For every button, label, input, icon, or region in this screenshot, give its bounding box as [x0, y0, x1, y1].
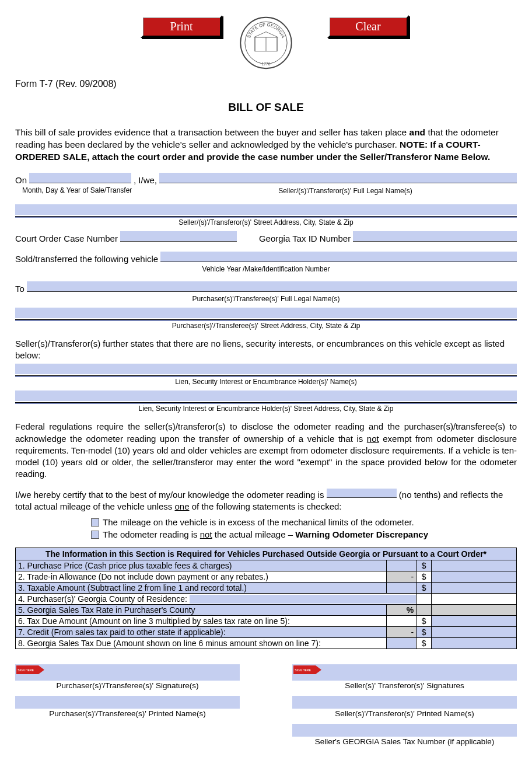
- row5-sign: %: [386, 605, 416, 616]
- page: Print Clear STATE OF GEORGIA 1776 Form T…: [0, 0, 532, 767]
- row6-value[interactable]: [431, 616, 516, 627]
- row3-label: 3. Taxable Amount (Subtract line 2 from …: [16, 583, 387, 594]
- table-row: 6. Tax Due Amount (Amount on line 3 mult…: [16, 616, 517, 627]
- row5-label: 5. Georgia Sales Tax Rate in Purchaser's…: [16, 605, 387, 616]
- table-row: 8. Georgia Sales Tax Due (Amount shown o…: [16, 638, 517, 649]
- label-on: On: [15, 175, 27, 185]
- form-id: Form T-7 (Rev. 09/2008): [15, 79, 517, 89]
- row1-label: 1. Purchase Price (Cash price plus taxab…: [16, 560, 387, 571]
- row-date-seller: On , I/we,: [15, 173, 517, 185]
- row8-dollar: $: [416, 638, 432, 649]
- caption-s-tax: Seller's GEORGIA Sales Tax Number (if ap…: [292, 737, 517, 746]
- label-ga-tax: Georgia Tax ID Number: [259, 233, 351, 243]
- svg-text:1776: 1776: [262, 62, 271, 66]
- caption-purchaser-name: Purchaser(s)'/Transferee(s)' Full Legal …: [15, 295, 517, 303]
- seller-name-field[interactable]: [159, 173, 517, 183]
- sign-here-icon: SIGN HERE: [16, 665, 44, 674]
- caption-seller-addr: Seller/(s)'/Transferor(s)' Street Addres…: [15, 218, 517, 226]
- row-vehicle: Sold/transferred the following vehicle: [15, 252, 517, 264]
- label-iwe: , I/we,: [134, 175, 157, 185]
- row7-value[interactable]: [431, 627, 516, 638]
- row7-sign: -: [386, 627, 416, 638]
- check-row-1: The mileage on the vehicle is in excess …: [91, 517, 517, 527]
- print-button[interactable]: Print: [141, 15, 222, 38]
- date-field[interactable]: [29, 173, 131, 183]
- row2-value[interactable]: [431, 571, 516, 583]
- c2b: the actual mileage –: [212, 529, 296, 539]
- caption-s-name: Seller(s)'/Transferor(s)' Printed Name(s…: [292, 709, 517, 718]
- lien-name-field[interactable]: [15, 364, 517, 374]
- row8-value[interactable]: [431, 638, 516, 649]
- label-court-order: Court Order Case Number: [15, 233, 118, 243]
- purchaser-printed-name-field[interactable]: [15, 696, 240, 709]
- checkbox-not-actual[interactable]: [91, 531, 99, 539]
- divider: [15, 319, 517, 321]
- intro-paragraph: This bill of sale provides evidence that…: [15, 127, 517, 163]
- label-sold-vehicle: Sold/transferred the following vehicle: [15, 254, 158, 264]
- page-title: BILL OF SALE: [15, 101, 517, 114]
- row4-value[interactable]: [190, 595, 416, 604]
- odometer-paragraph: Federal regulations require the seller(s…: [15, 421, 517, 480]
- table-header: The Information in this Section is Requi…: [16, 548, 517, 560]
- row1-value[interactable]: [431, 560, 516, 571]
- liens-intro: Seller(s)/Transferor(s) further states t…: [15, 338, 517, 362]
- row1-dollar: $: [416, 560, 432, 571]
- clear-button[interactable]: Clear: [327, 15, 409, 38]
- caption-date: Month, Day & Year of Sale/Transfer: [22, 186, 174, 195]
- purchaser-sig-col: SIGN HERE Purchaser(s)'/Transferee(s)' S…: [15, 664, 240, 752]
- check-row-2: The odometer reading is not the actual m…: [91, 529, 517, 539]
- purchaser-name-field[interactable]: [27, 281, 517, 292]
- seller-signature-field[interactable]: SIGN HERE: [292, 664, 517, 681]
- c2not: not: [200, 529, 212, 539]
- state-seal-icon: STATE OF GEORGIA 1776: [239, 15, 294, 71]
- cert-c: of the following statements is checked:: [190, 501, 342, 511]
- court-order-field[interactable]: [120, 231, 237, 242]
- row8-label: 8. Georgia Sales Tax Due (Amount shown o…: [16, 638, 387, 649]
- row2-label: 2. Trade-in Allowance (Do not include do…: [16, 571, 387, 583]
- svg-text:SIGN HERE: SIGN HERE: [18, 668, 34, 672]
- purchaser-signature-field[interactable]: SIGN HERE: [15, 664, 240, 681]
- row3-value[interactable]: [431, 583, 516, 594]
- row6-dollar: $: [416, 616, 432, 627]
- checkbox-exceeds-limits[interactable]: [91, 518, 99, 527]
- divider: [15, 375, 517, 377]
- ga-tax-field[interactable]: [353, 231, 517, 242]
- table-row: 2. Trade-in Allowance (Do not include do…: [16, 571, 517, 583]
- sign-here-icon: SIGN HERE: [293, 665, 321, 674]
- row1-sign: [386, 560, 416, 571]
- seller-addr-field[interactable]: [15, 204, 517, 215]
- svg-text:STATE OF GEORGIA: STATE OF GEORGIA: [246, 22, 286, 39]
- caption-p-sig: Purchaser(s)'/Transferee(s)' Signature(s…: [15, 681, 240, 690]
- row5-c3: [416, 605, 432, 616]
- table-row: 7. Credit (From sales tax paid to other …: [16, 627, 517, 638]
- seller-tax-number-field[interactable]: [292, 724, 517, 737]
- purchaser-addr-field[interactable]: [15, 308, 517, 318]
- row-court-tax: Court Order Case Number Georgia Tax ID N…: [15, 231, 517, 243]
- seller-printed-name-field[interactable]: [292, 696, 517, 709]
- row6-label: 6. Tax Due Amount (Amount on line 3 mult…: [16, 616, 387, 627]
- c2a: The odometer reading is: [103, 529, 200, 539]
- caption-p-name: Purchaser(s)'/Transferee(s)' Printed Nam…: [15, 709, 240, 718]
- row4-label: 4. Purchaser(s)' Georgia County of Resid…: [18, 594, 187, 604]
- odo-not: not: [367, 434, 379, 444]
- seller-sig-col: SIGN HERE Seller(s)' Transferor(s)' Sign…: [292, 664, 517, 752]
- intro-text-a: This bill of sale provides evidence that…: [15, 127, 410, 137]
- c2warn: Warning Odometer Discrepancy: [295, 529, 428, 539]
- row3-sign: [386, 583, 416, 594]
- table-row: 5. Georgia Sales Tax Rate in Purchaser's…: [16, 605, 517, 616]
- caption-vehicle: Vehicle Year /Make/Identification Number: [15, 265, 517, 273]
- lien-addr-field[interactable]: [15, 391, 517, 401]
- divider: [15, 216, 517, 218]
- odometer-reading-field[interactable]: [327, 489, 397, 498]
- row-to: To: [15, 281, 517, 294]
- caption-s-sig: Seller(s)' Transferor(s)' Signatures: [292, 681, 517, 690]
- signature-area: SIGN HERE Purchaser(s)'/Transferee(s)' S…: [15, 664, 517, 752]
- table-row: 1. Purchase Price (Cash price plus taxab…: [16, 560, 517, 571]
- check2-label: The odometer reading is not the actual m…: [103, 529, 428, 539]
- vehicle-field[interactable]: [160, 252, 517, 262]
- table-row: 4. Purchaser(s)' Georgia County of Resid…: [16, 594, 517, 605]
- row7-label: 7. Credit (From sales tax paid to other …: [16, 627, 387, 638]
- row3-dollar: $: [416, 583, 432, 594]
- row2-dollar: $: [416, 571, 432, 583]
- row2-sign: -: [386, 571, 416, 583]
